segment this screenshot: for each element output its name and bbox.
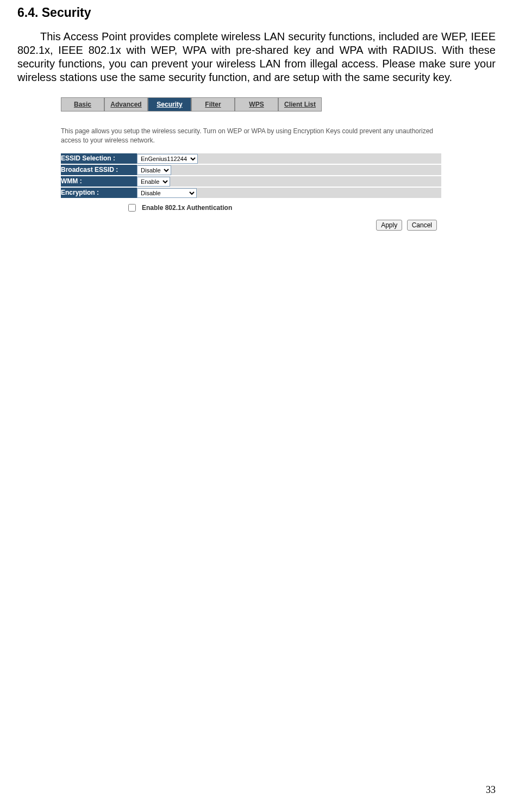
settings-table: ESSID Selection : EnGenius112244 Broadca… bbox=[61, 153, 441, 199]
wmm-label: WMM : bbox=[61, 176, 137, 187]
wmm-select[interactable]: Enable bbox=[137, 177, 170, 187]
tab-wps[interactable]: WPS bbox=[235, 97, 278, 111]
cancel-button[interactable]: Cancel bbox=[407, 220, 437, 231]
enable-8021x-checkbox[interactable] bbox=[128, 204, 136, 212]
apply-button[interactable]: Apply bbox=[376, 220, 402, 231]
broadcast-label: Broadcast ESSID : bbox=[61, 164, 137, 176]
page-number: 33 bbox=[486, 784, 496, 796]
encryption-label: Encryption : bbox=[61, 187, 137, 199]
tab-basic[interactable]: Basic bbox=[61, 97, 104, 111]
panel-description: This page allows you setup the wireless … bbox=[61, 127, 441, 146]
tab-bar: Basic Advanced Security Filter WPS Clien… bbox=[61, 97, 441, 111]
broadcast-select[interactable]: Disable bbox=[137, 165, 171, 175]
enable-8021x-label: Enable 802.1x Authentication bbox=[142, 204, 232, 212]
enable-8021x-row: Enable 802.1x Authentication bbox=[61, 199, 441, 220]
encryption-select[interactable]: Disable bbox=[137, 188, 197, 198]
tab-security[interactable]: Security bbox=[148, 97, 191, 111]
button-row: Apply Cancel bbox=[61, 220, 441, 231]
section-heading: 6.4. Security bbox=[17, 5, 496, 20]
essid-label: ESSID Selection : bbox=[61, 153, 137, 164]
section-intro-text: This Access Point provides complete wire… bbox=[17, 30, 496, 84]
tab-client-list[interactable]: Client List bbox=[278, 97, 322, 111]
essid-select[interactable]: EnGenius112244 bbox=[137, 154, 198, 164]
tab-filter[interactable]: Filter bbox=[191, 97, 235, 111]
tab-advanced[interactable]: Advanced bbox=[104, 97, 148, 111]
config-panel-screenshot: Basic Advanced Security Filter WPS Clien… bbox=[61, 97, 441, 231]
